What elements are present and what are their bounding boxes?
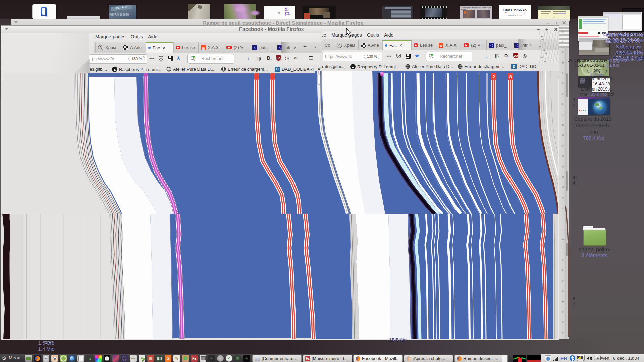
svg-text:8: 8: [509, 74, 512, 79]
svg-text:2: 2: [492, 74, 495, 79]
